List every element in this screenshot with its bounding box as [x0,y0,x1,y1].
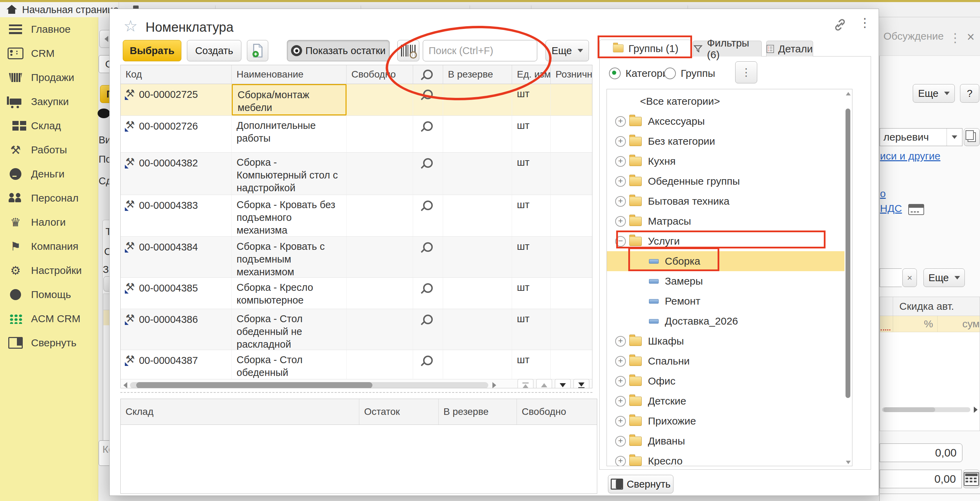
show-stock-toggle[interactable]: Показать остатки [287,40,390,61]
expander-icon[interactable]: + [615,216,626,227]
tab-filters[interactable]: Фильтры (6) [693,41,762,57]
tree-item-leaf[interactable]: Сборка [607,251,845,271]
tree-item-root[interactable]: <Все категории> [607,91,852,111]
table-row[interactable]: ⚒00-00004383 Сборка - Кровать без подъем… [121,195,592,237]
tree-item-folder[interactable]: + Шкафы [607,331,852,351]
expander-icon[interactable]: + [615,196,626,207]
background-input[interactable] [880,268,902,287]
scroll-right-icon[interactable] [492,382,496,388]
search-input[interactable] [423,40,537,61]
search-icon[interactable] [423,90,433,99]
calculator-button[interactable] [963,470,980,488]
table-row[interactable]: ⚒00-00004386 Сборка - Стол обеденный не … [121,309,592,350]
search-icon[interactable] [423,355,433,365]
sidebar-item-works[interactable]: ⚒ Работы [0,138,98,162]
sidebar-item-taxes[interactable]: ♛ Налоги [0,210,98,234]
sidebar-item-collapse[interactable]: Свернуть [0,331,98,355]
help-button[interactable]: ? [960,84,979,103]
tree-item-leaf[interactable]: Ремонт [607,291,852,311]
search-icon[interactable] [423,242,433,252]
horizontal-scrollbar[interactable] [121,379,592,388]
col-unit[interactable]: Ед. изм [512,65,551,84]
expander-icon[interactable]: + [615,336,626,347]
tab-groups[interactable]: Группы (1) [599,40,691,57]
tab-details[interactable]: Детали [766,41,813,57]
expander-icon[interactable]: + [615,136,626,147]
link-o[interactable]: о [880,188,886,200]
col-reserve[interactable]: В резерве [443,65,512,84]
combo-dropdown-icon[interactable] [947,128,962,146]
background-more2-button[interactable]: Еще [923,268,965,287]
table-row[interactable]: ⚒00-00004382 Сборка - Компьютерный стол … [121,153,592,195]
tree-item-folder[interactable]: + Бытовая техника [607,191,852,211]
create-button[interactable]: Создать [187,40,241,61]
barcode-scan-button[interactable] [397,40,419,61]
sidebar-item-menu[interactable]: Главное [0,17,98,41]
expander-icon[interactable]: + [615,396,626,407]
table-row[interactable]: ⚒00-00004384 Сборка - Кровать с подъемны… [121,237,592,278]
sidebar-item-help[interactable]: Помощь [0,282,98,307]
scroll-up-icon[interactable] [846,92,851,95]
table-row[interactable]: ⚒00-00002726 Дополнительные работы шт [121,116,592,153]
collapse-panel-button[interactable]: Свернуть [608,475,673,493]
sidebar-item-sales[interactable]: Продажи [0,65,98,90]
background-more-button[interactable]: Еще [913,84,955,103]
tree-item-folder[interactable]: + Диваны [607,431,852,451]
expander-icon[interactable]: + [615,376,626,387]
expander-icon[interactable]: + [615,456,626,466]
search-icon[interactable] [423,121,433,131]
discussion-menu-icon[interactable]: ⋮ [949,32,961,44]
tree-item-folder[interactable]: + Детские [607,391,852,411]
sidebar-item-settings[interactable]: ⚙ Настройки [0,258,98,282]
dialog-menu-icon[interactable]: ⋮ [859,17,871,29]
tree-item-folder[interactable]: + Обеденные группы [607,171,852,191]
tree-scrollbar[interactable] [846,92,851,464]
sidebar-item-staff[interactable]: Персонал [0,186,98,210]
search-icon[interactable] [423,201,433,210]
get-link-icon[interactable] [832,17,848,34]
col-warehouse[interactable]: Склад [121,399,359,425]
sidebar-item-company[interactable]: ⚑ Компания [0,234,98,258]
col-available[interactable]: Свободно [517,399,597,425]
scroll-right-icon[interactable] [974,407,978,413]
scroll-left-icon[interactable] [123,382,127,388]
clear-button[interactable]: × [902,268,917,287]
col-balance[interactable]: Остаток [359,399,439,425]
person-combo[interactable]: лерьевич [880,128,963,146]
expander-icon[interactable]: + [615,436,626,447]
signatures-link[interactable]: иси и другие [880,150,940,162]
tree-menu-button[interactable]: ⋮ [735,61,757,83]
search-icon[interactable] [423,158,433,168]
col-free[interactable]: Свободно [347,65,413,84]
tree-item-folder[interactable]: + Кресло [607,451,852,466]
go-next-button[interactable] [555,379,571,388]
total-field-2[interactable]: 0,00 [880,470,962,488]
sidebar-item-crm[interactable]: CRM [0,41,98,65]
sidebar-item-money[interactable]: Деньги [0,162,98,186]
expander-icon[interactable]: − [615,236,626,247]
col-name[interactable]: Наименование [232,65,347,84]
search-icon[interactable] [423,315,433,324]
splitter[interactable] [120,392,592,393]
table-row[interactable]: ⚒00-00004385 Сборка - Кресло компьютерно… [121,278,592,309]
create-group-button[interactable] [247,40,268,61]
select-button[interactable]: Выбрать [123,40,181,61]
expander-icon[interactable]: + [615,156,626,167]
table-row[interactable]: ⚒00-00004387 Сборка - Стол обеденный шт [121,350,592,379]
expander-icon[interactable]: + [615,176,626,187]
total-field-1[interactable]: 0,00 [880,444,963,462]
expander-icon[interactable]: + [615,356,626,366]
tree-item-folder[interactable]: + Спальни [607,351,852,371]
tree-item-folder[interactable]: + Офис [607,371,852,391]
favorite-star-icon[interactable]: ☆ [123,17,138,35]
go-last-button[interactable] [573,379,589,388]
sidebar-item-cart[interactable]: Закупки [0,90,98,114]
col-code[interactable]: Код [121,65,232,84]
card-icon[interactable] [908,204,924,215]
open-button[interactable] [964,128,980,146]
col-retail[interactable]: Рознична [551,65,592,84]
tree-item-folder[interactable]: + Без категории [607,131,852,151]
more-button[interactable]: Еще [546,40,589,61]
tree-item-folder[interactable]: − Услуги [607,231,852,251]
scroll-down-icon[interactable] [846,461,851,464]
